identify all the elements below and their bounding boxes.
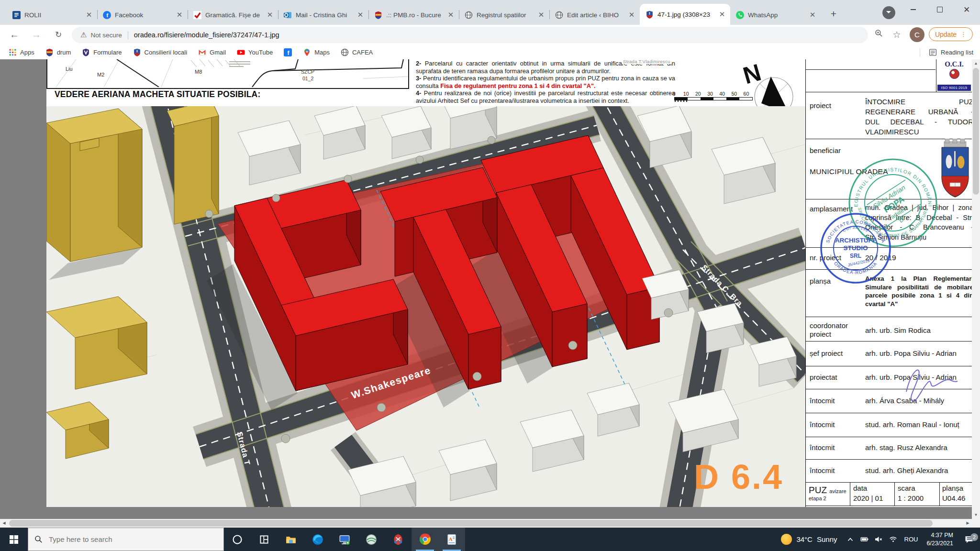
globe-favicon xyxy=(555,11,563,19)
bookmark-maps[interactable]: Maps xyxy=(303,48,330,56)
coordonator-value: arh. urb. Sim Rodica xyxy=(865,326,931,334)
panel-line xyxy=(806,506,972,506)
panel-line xyxy=(850,482,850,506)
tab-title: ROLII xyxy=(24,11,81,19)
scroll-down-icon[interactable]: ▼ xyxy=(972,511,980,519)
notification-center[interactable]: 2 xyxy=(958,535,980,544)
bookmark-drum[interactable]: drum xyxy=(45,48,71,56)
zoom-icon[interactable] xyxy=(872,28,885,42)
address-bar[interactable]: ⚠ Not secure oradea.ro/fisiere/module_fi… xyxy=(72,27,868,43)
cortana-button[interactable] xyxy=(224,528,251,551)
volume-muted[interactable] xyxy=(872,535,886,543)
tab-title: WhatsApp xyxy=(748,11,804,19)
row-label-plansa: planșa xyxy=(810,277,831,285)
start-button[interactable] xyxy=(0,528,28,551)
tab-close-icon[interactable]: ✕ xyxy=(266,11,274,19)
new-tab-button[interactable]: + xyxy=(826,7,841,22)
tab-close-icon[interactable]: ✕ xyxy=(718,10,726,19)
menu-dots-icon: ⋮ xyxy=(960,31,967,38)
panel-line xyxy=(936,59,936,92)
sun-icon xyxy=(781,534,792,545)
gmail-icon xyxy=(198,48,206,56)
task-view-button[interactable] xyxy=(251,528,278,551)
profile-avatar[interactable]: C xyxy=(910,27,924,42)
outlook-favicon xyxy=(284,11,292,19)
scroll-right-icon[interactable]: ▶ xyxy=(964,519,972,528)
tab-close-icon[interactable]: ✕ xyxy=(808,11,817,19)
beneficiar-value: MUNICIPIUL ORADEA xyxy=(810,167,888,176)
bookmark-apps[interactable]: Apps xyxy=(9,48,34,56)
tab-registrul[interactable]: Registrul spatiilor ✕ xyxy=(459,5,549,25)
bookmark-cafea[interactable]: CAFEA xyxy=(341,48,373,56)
not-secure-warning-icon: ⚠ xyxy=(80,31,87,39)
network-indicator[interactable] xyxy=(886,535,901,543)
download-indicator-icon[interactable] xyxy=(882,6,895,19)
tab-close-icon[interactable]: ✕ xyxy=(627,11,636,19)
taskbar-clock[interactable]: 4:37 PM 6/23/2021 xyxy=(922,531,958,548)
reading-list-label: Reading list xyxy=(941,49,973,56)
window-minimize-button[interactable] xyxy=(900,0,926,19)
vertical-scrollbar[interactable]: ▲ ▼ xyxy=(972,59,980,519)
reload-icon[interactable]: ↻ xyxy=(51,27,66,43)
file-explorer-button[interactable] xyxy=(278,528,304,551)
tab-rolii[interactable]: ROLII ✕ xyxy=(7,5,97,25)
tab-mail[interactable]: Mail - Cristina Ghi ✕ xyxy=(278,5,368,25)
bookmark-gmail[interactable]: Gmail xyxy=(198,48,226,56)
tab-47-1-jpg-active[interactable]: 47-1.jpg (3308×23 ✕ xyxy=(640,4,730,25)
plate-number: D 6.4 xyxy=(694,458,783,496)
tab-close-icon[interactable]: ✕ xyxy=(356,11,365,19)
vpn-button[interactable] xyxy=(358,528,385,551)
remote-desktop-button[interactable] xyxy=(331,528,358,551)
horizontal-scrollbar[interactable]: ◀ ▶ xyxy=(0,519,972,528)
forward-icon[interactable]: → xyxy=(29,27,44,43)
bookmark-facebook[interactable] xyxy=(284,48,292,56)
vertical-scroll-thumb[interactable] xyxy=(973,68,979,195)
tab-title: .:: PMB.ro - Bucure xyxy=(386,11,443,19)
tab-close-icon[interactable]: ✕ xyxy=(446,11,455,19)
panel-line xyxy=(806,199,972,199)
window-restore-button[interactable] xyxy=(926,0,953,19)
row-label-proiect: proiect xyxy=(810,101,831,110)
note-3-highlight: Fisa de regulament pentru zona 1 si 4 di… xyxy=(440,82,595,89)
map-fragment: Liu M2 M8 SZCP 01_2 xyxy=(46,59,409,89)
tab-gramatica[interactable]: Gramatică. Fișe de ✕ xyxy=(188,5,278,25)
bookmarks-bar: Apps drum Formulare Consilierii locali G… xyxy=(0,45,980,59)
row-label-coordonator2: proiect xyxy=(810,330,831,338)
bookmark-label: Gmail xyxy=(210,49,226,56)
back-icon[interactable]: ← xyxy=(7,27,22,43)
bookmark-youtube[interactable]: YouTube xyxy=(237,48,273,56)
weather-widget[interactable]: 34°C Sunny xyxy=(775,534,843,545)
battery-indicator[interactable] xyxy=(858,535,872,543)
wifi-icon xyxy=(889,535,897,543)
bookmark-star-icon[interactable]: ☆ xyxy=(890,28,903,42)
document-app-button[interactable] xyxy=(438,528,465,551)
hidden-icons-chevron[interactable] xyxy=(843,536,858,543)
chrome-button-active[interactable] xyxy=(412,528,438,551)
tab-whatsapp[interactable]: WhatsApp ✕ xyxy=(730,5,821,25)
tab-pmb[interactable]: .:: PMB.ro - Bucure ✕ xyxy=(368,5,459,25)
update-button[interactable]: Update ⋮ xyxy=(929,27,973,41)
row-label-intocmit-2: întocmit xyxy=(810,420,835,429)
task-view-icon xyxy=(259,534,269,545)
reading-list-button[interactable]: Reading list xyxy=(920,48,980,56)
bookmark-label: Consilierii locali xyxy=(145,49,188,56)
tab-close-icon[interactable]: ✕ xyxy=(175,11,184,19)
row-label-nr-proiect: nr. proiect xyxy=(810,253,841,262)
language-indicator[interactable]: ROU xyxy=(901,536,922,543)
tab-close-icon[interactable]: ✕ xyxy=(85,11,93,19)
scroll-up-icon[interactable]: ▲ xyxy=(972,59,980,67)
bookmark-consilierii[interactable]: Consilierii locali xyxy=(133,48,188,56)
monitor-icon xyxy=(339,534,350,545)
search-input[interactable] xyxy=(48,535,193,544)
snipping-tool-button[interactable] xyxy=(385,528,412,551)
horizontal-scroll-thumb[interactable] xyxy=(9,520,933,527)
scroll-left-icon[interactable]: ◀ xyxy=(0,519,8,528)
tab-close-icon[interactable]: ✕ xyxy=(537,11,546,19)
edge-button[interactable] xyxy=(304,528,331,551)
tab-facebook[interactable]: Facebook ✕ xyxy=(97,5,188,25)
svg-text:M2: M2 xyxy=(97,72,104,77)
taskbar-search[interactable] xyxy=(28,528,224,551)
window-close-button[interactable]: ✕ xyxy=(953,0,980,19)
tab-edit-article[interactable]: Edit article ‹ BIHO ✕ xyxy=(549,5,640,25)
bookmark-formulare[interactable]: Formulare xyxy=(82,48,122,56)
